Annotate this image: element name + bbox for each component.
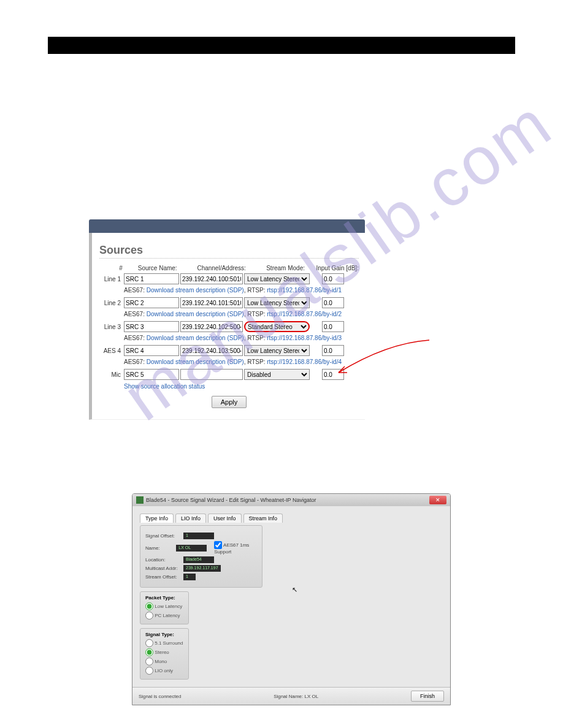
tab-user-info[interactable]: User Info [208, 514, 242, 523]
aes67-links: AES67: Download stream description (SDP)… [124, 286, 359, 295]
aes67-links: AES67: Download stream description (SDP)… [124, 358, 359, 367]
sdp-link[interactable]: Download stream description (SDP) [147, 335, 244, 341]
signal-wizard-window: Blade54 - Source Signal Wizard - Edit Si… [132, 493, 451, 705]
input-gain-field[interactable] [322, 345, 344, 356]
source-name-input[interactable] [124, 273, 179, 284]
rtsp-link[interactable]: rtsp://192.168.87.86/by-id/2 [267, 311, 342, 317]
source-name-input[interactable] [124, 345, 179, 356]
window-title: Blade54 - Source Signal Wizard - Edit Si… [146, 497, 316, 503]
input-gain-field[interactable] [322, 321, 344, 332]
radio-surround[interactable]: 5.1 Surround [145, 639, 183, 647]
channel-address-input[interactable] [180, 297, 243, 308]
channel-address-input[interactable] [180, 345, 243, 356]
source-row: Line 1 Low Latency Stereo [99, 273, 359, 284]
panel-title: Sources [99, 244, 359, 259]
rtsp-link[interactable]: rtsp://192.168.87.86/by-id/3 [267, 335, 342, 341]
tab-type-info[interactable]: Type Info [140, 514, 174, 523]
cursor-icon: ↖ [292, 586, 297, 594]
field-label: Stream Offset: [145, 574, 181, 580]
signal-offset-value[interactable]: 1 [183, 533, 214, 539]
source-row: Mic Disabled [99, 369, 359, 380]
stream-mode-select[interactable]: Low Latency Stereo [244, 297, 310, 308]
rtsp-link[interactable]: rtsp://192.168.87.86/by-id/1 [267, 287, 342, 294]
show-allocation-link[interactable]: Show source allocation status [124, 383, 359, 390]
channel-address-input[interactable] [180, 321, 243, 332]
tab-lio-info[interactable]: LIO Info [175, 514, 206, 523]
source-name-input[interactable] [124, 297, 179, 308]
radio-low-latency[interactable]: Low Latency [145, 602, 183, 610]
row-label: Line 1 [99, 276, 123, 282]
sdp-link[interactable]: Download stream description (SDP) [147, 358, 244, 365]
stream-mode-select[interactable]: Disabled [244, 369, 310, 380]
window-footer: Signal is connected Signal Name: LX OL F… [132, 687, 450, 705]
packet-type-group: Packet Type: Low Latency PC Latency [140, 591, 189, 624]
channel-address-input[interactable] [180, 273, 243, 284]
finish-button[interactable]: Finish [411, 691, 444, 702]
signal-name-text: Signal Name: LX OL [274, 694, 318, 699]
source-row: AES 4 Low Latency Stereo [99, 345, 359, 356]
multicast-value[interactable]: 239.192.117.197 [183, 565, 221, 572]
app-icon [136, 496, 144, 504]
location-value[interactable]: Blade54 [183, 556, 214, 563]
stream-mode-select[interactable]: Standard Stereo [244, 321, 310, 332]
row-label: AES 4 [99, 347, 123, 354]
sdp-link[interactable]: Download stream description (SDP) [147, 311, 244, 317]
document-header-bar [48, 37, 515, 54]
sources-panel: Sources # Source Name: Channel/Address: … [89, 219, 365, 420]
input-gain-field[interactable] [322, 297, 344, 308]
apply-button[interactable]: Apply [212, 396, 247, 408]
field-label: Multicast Addr: [145, 566, 181, 571]
signal-type-group: Signal Type: 5.1 Surround Stereo Mono LI… [140, 628, 189, 680]
radio-pc-latency[interactable]: PC Latency [145, 612, 183, 620]
close-icon[interactable]: ✕ [429, 496, 446, 504]
field-label: Name: [145, 545, 174, 551]
input-gain-field[interactable] [322, 369, 344, 380]
field-label: Signal Offset: [145, 533, 181, 539]
stream-mode-select[interactable]: Low Latency Stereo [244, 345, 310, 356]
stream-offset-value[interactable]: 1 [183, 574, 196, 580]
field-label: Location: [145, 557, 181, 563]
source-name-input[interactable] [124, 369, 179, 380]
aes67-links: AES67: Download stream description (SDP)… [124, 310, 359, 319]
radio-mono[interactable]: Mono [145, 658, 183, 665]
row-label: Line 3 [99, 324, 123, 330]
type-info-panel: Signal Offset:1 Name:LX OL AES67 1ms Sup… [140, 525, 262, 588]
radio-stereo[interactable]: Stereo [145, 648, 183, 656]
rtsp-link[interactable]: rtsp://192.168.87.86/by-id/4 [267, 358, 342, 365]
status-text: Signal is connected [139, 694, 181, 699]
source-name-input[interactable] [124, 321, 179, 332]
aes67-links: AES67: Download stream description (SDP)… [124, 334, 359, 343]
aes67-checkbox[interactable]: AES67 1ms Support [214, 541, 257, 555]
group-title: Signal Type: [145, 632, 183, 637]
source-row: Line 2 Low Latency Stereo [99, 297, 359, 308]
panel-header [89, 219, 365, 233]
channel-address-input[interactable] [180, 369, 243, 380]
source-row: Line 3 Standard Stereo [99, 321, 359, 332]
row-label: Line 2 [99, 300, 123, 306]
radio-lio[interactable]: LIO only [145, 667, 183, 675]
name-value[interactable]: LX OL [176, 545, 207, 552]
stream-mode-select[interactable]: Low Latency Stereo [244, 273, 310, 284]
row-label: Mic [99, 371, 123, 378]
column-headers: # Source Name: Channel/Address: Stream M… [99, 265, 359, 271]
input-gain-field[interactable] [322, 273, 344, 284]
group-title: Packet Type: [145, 595, 183, 601]
tab-stream-info[interactable]: Stream Info [243, 514, 283, 523]
window-titlebar[interactable]: Blade54 - Source Signal Wizard - Edit Si… [132, 494, 450, 506]
tab-strip: Type Info LIO Info User Info Stream Info [140, 514, 443, 523]
sdp-link[interactable]: Download stream description (SDP) [147, 287, 244, 294]
